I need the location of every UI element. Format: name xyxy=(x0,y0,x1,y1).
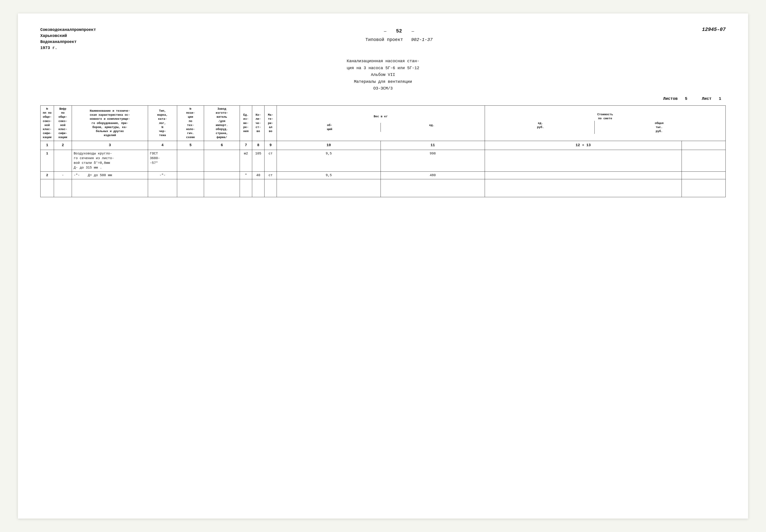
empty-col6 xyxy=(204,179,240,197)
empty-col11 xyxy=(381,179,485,197)
header-code: 12945-07 xyxy=(702,27,726,32)
page-number-line: — 52 — xyxy=(365,27,433,36)
sheets-count: 5 xyxy=(685,96,687,101)
num-col-9: 9 xyxy=(264,141,277,150)
sheet-label: Лист xyxy=(702,96,712,101)
sheets-label: Листов xyxy=(663,96,678,101)
table-header-row: №пп пообще-союз-нойклас-сифи-кации Шифрп… xyxy=(41,105,726,141)
row2-col11: 480 xyxy=(381,171,485,179)
row2-col3: -"- Д= до 500 мм xyxy=(72,171,148,179)
col-header-3: Наименование и техниче-ская характеристи… xyxy=(72,105,148,141)
row1-col9: ст xyxy=(264,150,277,171)
header-left: Союзводоканалпромпроект Харьковский Водо… xyxy=(40,27,96,51)
empty-col10 xyxy=(277,179,381,197)
project-number: 902-1-37 xyxy=(411,37,433,42)
row1-col13 xyxy=(682,150,725,171)
num-col-7: 7 xyxy=(240,141,252,150)
col-header-2: Шифрпообще-союз-нойклас-сифи-кации xyxy=(54,105,72,141)
col-header-weight: Вес в кгоб-щийед. xyxy=(277,105,485,141)
empty-col2 xyxy=(54,179,72,197)
sheet-number: 1 xyxy=(719,96,721,101)
sheet-info: Листов 5 Лист 1 xyxy=(40,96,726,101)
org-name-line2: Харьковский xyxy=(40,33,96,39)
header-center: — 52 — Типовой проект 902-1-37 xyxy=(365,27,433,44)
num-col-11: 11 xyxy=(381,141,485,150)
empty-col7 xyxy=(240,179,252,197)
col-header-9: Ма-те-ри-алво xyxy=(264,105,277,141)
project-label: Типовой проект xyxy=(365,37,403,42)
row2-col1: 2 xyxy=(41,171,54,179)
num-col-13 xyxy=(682,141,725,150)
title-block: Канализационная насосная стан- ция на 3 … xyxy=(40,58,726,92)
empty-col1 xyxy=(41,179,54,197)
num-col-5: 5 xyxy=(177,141,204,150)
row1-col10: 9,5 xyxy=(277,150,381,171)
row2-col4: -"- xyxy=(148,171,177,179)
empty-col13 xyxy=(682,179,725,197)
title-line4: Материалы для вентиляции xyxy=(40,78,726,85)
header-area: Союзводоканалпромпроект Харьковский Водо… xyxy=(40,27,726,51)
title-line3: Альбом VII xyxy=(40,71,726,78)
col-header-7: Ед.из-ме-ре-ния xyxy=(240,105,252,141)
org-year: 1973 г. xyxy=(40,45,96,51)
table-row-empty xyxy=(41,179,726,197)
table-row: 1 Воздуховоды кругло-го сечения из листо… xyxy=(41,150,726,171)
row1-col6 xyxy=(204,150,240,171)
table-row: 2 - -"- Д= до 500 мм -"- " 40 ст 9,5 480 xyxy=(41,171,726,179)
row2-col8: 40 xyxy=(252,171,264,179)
num-col-12: 12 ÷ 13 xyxy=(485,141,682,150)
row2-col6 xyxy=(204,171,240,179)
row2-col10: 9,5 xyxy=(277,171,381,179)
row1-col3: Воздуховоды кругло-го сечения из листо-в… xyxy=(72,150,148,171)
num-col-6: 6 xyxy=(204,141,240,150)
dash-right: — xyxy=(412,29,414,34)
row2-col2: - xyxy=(54,171,72,179)
title-line2: ция на 3 насоса 5Г-6 или 5Г-12 xyxy=(40,65,726,72)
row1-col12 xyxy=(485,150,682,171)
empty-col9 xyxy=(264,179,277,197)
page-number: 52 xyxy=(396,28,402,34)
num-col-10: 10 xyxy=(277,141,381,150)
col-header-cost: Стоимостьпо сметеед.руб.общаятыс.руб. xyxy=(485,105,725,141)
row2-col5 xyxy=(177,171,204,179)
col-header-4: Тип,марка,ката-лог,№чер-тежа xyxy=(148,105,177,141)
org-name-line3: Водоканалпроект xyxy=(40,39,96,45)
org-name-line1: Союзводоканалпромпроект xyxy=(40,27,96,33)
num-col-8: 8 xyxy=(252,141,264,150)
page: Союзводоканалпромпроект Харьковский Водо… xyxy=(18,13,748,519)
row1-col4: ГОСТ3680--57* xyxy=(148,150,177,171)
empty-col4 xyxy=(148,179,177,197)
num-col-1: 1 xyxy=(41,141,54,150)
project-title: Типовой проект 902-1-37 xyxy=(365,36,433,44)
row2-col13 xyxy=(682,171,725,179)
col-header-5: №пози-циипотех-ноло-гич.схеме xyxy=(177,105,204,141)
main-table: №пп пообще-союз-нойклас-сифи-кации Шифрп… xyxy=(40,105,726,197)
empty-col8 xyxy=(252,179,264,197)
table-number-row: 1 2 3 4 5 6 7 8 9 10 11 12 ÷ 13 xyxy=(41,141,726,150)
title-line5: ОЗ-ЗСМ/3 xyxy=(40,85,726,92)
num-col-4: 4 xyxy=(148,141,177,150)
title-line1: Канализационная насосная стан- xyxy=(40,58,726,65)
row1-col7: м2 xyxy=(240,150,252,171)
col-header-1: №пп пообще-союз-нойклас-сифи-кации xyxy=(41,105,54,141)
row1-col8: 105 xyxy=(252,150,264,171)
row1-col1: 1 xyxy=(41,150,54,171)
col-header-6: Заводизгото-витель/дляимпорт.оборуд.стра… xyxy=(204,105,240,141)
empty-col12 xyxy=(485,179,682,197)
dash-left: — xyxy=(384,29,387,34)
row1-col5 xyxy=(177,150,204,171)
row1-col2 xyxy=(54,150,72,171)
row1-col11: 998 xyxy=(381,150,485,171)
num-col-3: 3 xyxy=(72,141,148,150)
row2-col12 xyxy=(485,171,682,179)
num-col-2: 2 xyxy=(54,141,72,150)
col-header-8: Ко-ли-че-ст-во xyxy=(252,105,264,141)
empty-col5 xyxy=(177,179,204,197)
row2-col9: ст xyxy=(264,171,277,179)
empty-col3 xyxy=(72,179,148,197)
row2-col7: " xyxy=(240,171,252,179)
